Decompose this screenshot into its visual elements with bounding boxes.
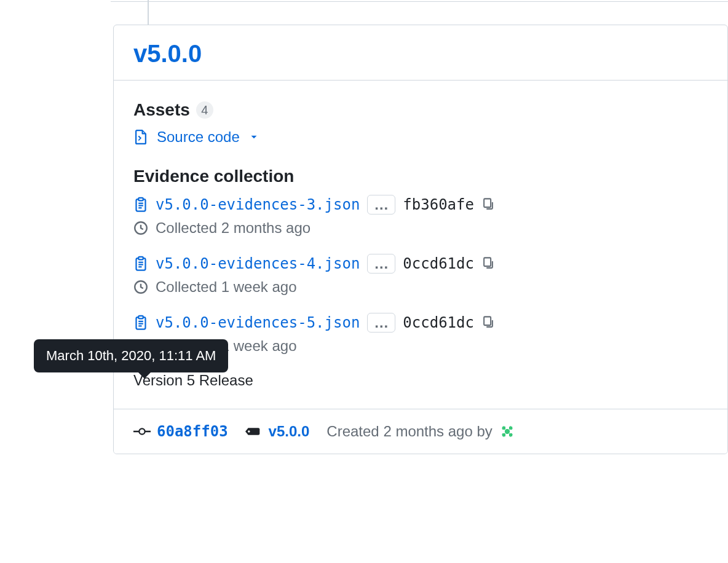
file-icon xyxy=(133,128,148,146)
ellipsis-button[interactable]: … xyxy=(367,254,395,274)
svg-rect-1 xyxy=(138,198,143,201)
ellipsis-button[interactable]: … xyxy=(367,313,395,333)
commit-icon xyxy=(133,425,151,438)
evidence-hash: fb360afe xyxy=(403,196,474,213)
clipboard-icon xyxy=(133,255,148,272)
commit-link[interactable]: 60a8ff03 xyxy=(157,423,228,440)
evidence-hash: 0ccd61dc xyxy=(403,255,474,272)
evidence-filename-link[interactable]: v5.0.0-evidences-3.json xyxy=(156,196,360,213)
copy-icon[interactable] xyxy=(481,197,495,213)
timeline-connector xyxy=(148,0,149,25)
svg-point-24 xyxy=(248,430,250,433)
svg-rect-19 xyxy=(484,317,491,325)
release-title-link[interactable]: v5.0.0 xyxy=(133,40,202,67)
release-notes: Version 5 Release xyxy=(133,372,708,389)
commit-group: 60a8ff03 xyxy=(133,423,228,440)
evidence-item: v5.0.0-evidences-3.json … fb360afe Colle… xyxy=(133,195,708,237)
clipboard-icon xyxy=(133,196,148,213)
svg-rect-15 xyxy=(138,316,143,319)
assets-heading: Assets 4 xyxy=(133,100,708,120)
evidence-filename-link[interactable]: v5.0.0-evidences-4.json xyxy=(156,255,360,272)
chevron-down-icon xyxy=(248,132,259,143)
source-code-link[interactable]: Source code xyxy=(157,128,240,146)
svg-rect-12 xyxy=(484,258,491,266)
clock-icon xyxy=(133,221,148,235)
evidence-hash: 0ccd61dc xyxy=(403,314,474,331)
copy-icon[interactable] xyxy=(481,256,495,272)
clock-icon xyxy=(133,280,148,294)
clipboard-icon xyxy=(133,314,148,331)
ellipsis-button[interactable]: … xyxy=(367,195,395,215)
evidence-item: v5.0.0-evidences-4.json … 0ccd61dc Colle… xyxy=(133,254,708,296)
svg-rect-5 xyxy=(484,199,491,207)
release-card: v5.0.0 Assets 4 Source code Evidence col… xyxy=(113,25,728,454)
tag-icon xyxy=(245,425,263,438)
assets-count-badge: 4 xyxy=(196,101,213,119)
evidence-filename-link[interactable]: v5.0.0-evidences-5.json xyxy=(156,314,360,331)
tag-group: v5.0.0 xyxy=(245,423,310,440)
evidence-heading: Evidence collection xyxy=(133,167,708,186)
source-code-row[interactable]: Source code xyxy=(133,128,708,146)
created-text: Created 2 months ago by xyxy=(326,423,493,440)
assets-label: Assets xyxy=(133,100,190,120)
evidence-collected-text: Collected 1 week ago xyxy=(156,278,296,296)
svg-point-21 xyxy=(139,428,144,434)
created-group: Created 2 months ago by xyxy=(326,423,516,440)
evidence-collected-text: Collected 2 months ago xyxy=(156,219,311,237)
svg-rect-8 xyxy=(138,257,143,260)
copy-icon[interactable] xyxy=(481,315,495,331)
divider xyxy=(111,1,728,2)
timestamp-tooltip: March 10th, 2020, 11:11 AM xyxy=(34,339,228,372)
release-footer: 60a8ff03 v5.0.0 Created 2 months ago by xyxy=(114,409,727,454)
evidence-label: Evidence collection xyxy=(133,167,294,186)
avatar[interactable] xyxy=(499,423,516,440)
tag-link[interactable]: v5.0.0 xyxy=(269,423,310,440)
release-header: v5.0.0 xyxy=(114,25,727,81)
